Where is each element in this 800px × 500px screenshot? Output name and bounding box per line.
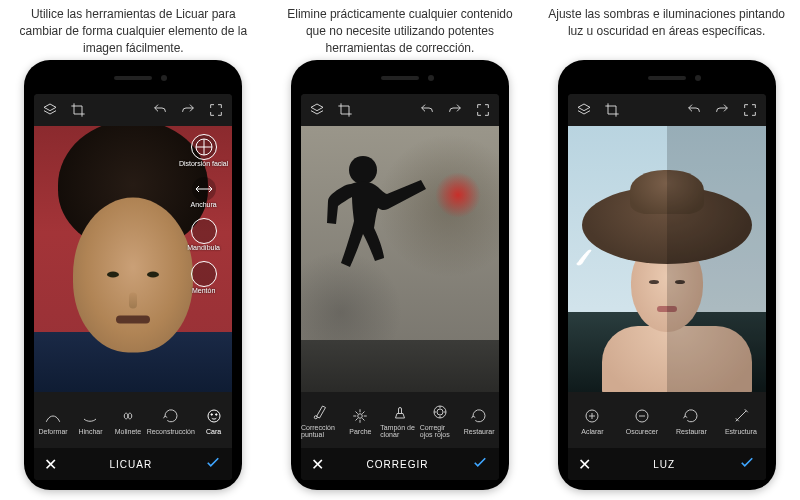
fullscreen-icon[interactable]	[473, 100, 493, 120]
tool-restaurar[interactable]: Restaurar	[667, 406, 717, 435]
caption-3: Ajuste las sombras e iluminaciones pinta…	[540, 0, 794, 60]
phone-frame: Corrección puntual Parche Tampón de clon…	[291, 60, 509, 490]
bottom-bar: ✕ LICUAR	[34, 448, 232, 480]
image-canvas[interactable]	[568, 126, 766, 392]
caption-2: Elimine prácticamente cualquier contenid…	[273, 0, 527, 60]
screenshot-3: Ajuste las sombras e iluminaciones pinta…	[540, 0, 794, 490]
svg-point-6	[437, 409, 443, 415]
layers-icon[interactable]	[40, 100, 60, 120]
side-tool-anchura[interactable]: Anchura	[179, 177, 228, 208]
tool-row: Corrección puntual Parche Tampón de clon…	[301, 392, 499, 448]
tool-cara[interactable]: Cara	[195, 406, 232, 435]
layers-icon[interactable]	[574, 100, 594, 120]
mode-title: CORREGIR	[367, 459, 429, 470]
tool-tampon-clonar[interactable]: Tampón de clonar	[380, 402, 420, 438]
crop-icon[interactable]	[602, 100, 622, 120]
tool-row: Deformar Hinchar Molinete Reconstrucción…	[34, 392, 232, 448]
svg-point-2	[211, 413, 213, 415]
fullscreen-icon[interactable]	[740, 100, 760, 120]
mode-title: LICUAR	[109, 459, 152, 470]
tool-row: Aclarar Oscurecer Restaurar Estructura	[568, 392, 766, 448]
brush-icon[interactable]	[574, 248, 594, 268]
mode-title: LUZ	[653, 459, 675, 470]
tool-parche[interactable]: Parche	[341, 406, 381, 435]
image-canvas[interactable]	[301, 126, 499, 392]
phone-frame: Distorsión facial Anchura Mandíbula Ment…	[24, 60, 242, 490]
fullscreen-icon[interactable]	[206, 100, 226, 120]
image-canvas[interactable]: Distorsión facial Anchura Mandíbula Ment…	[34, 126, 232, 392]
side-tool-mandibula[interactable]: Mandíbula	[179, 218, 228, 251]
cancel-button[interactable]: ✕	[44, 455, 57, 474]
layers-icon[interactable]	[307, 100, 327, 120]
redo-icon[interactable]	[445, 100, 465, 120]
crop-icon[interactable]	[335, 100, 355, 120]
bottom-bar: ✕ LUZ	[568, 448, 766, 480]
caption-1: Utilice las herramientas de Licuar para …	[6, 0, 260, 60]
topbar	[568, 94, 766, 126]
redo-icon[interactable]	[712, 100, 732, 120]
app-screen: Aclarar Oscurecer Restaurar Estructura ✕…	[568, 94, 766, 480]
redo-icon[interactable]	[178, 100, 198, 120]
undo-icon[interactable]	[684, 100, 704, 120]
screenshot-1: Utilice las herramientas de Licuar para …	[6, 0, 260, 490]
bottom-bar: ✕ CORREGIR	[301, 448, 499, 480]
face-side-panel: Distorsión facial Anchura Mandíbula Ment…	[179, 134, 228, 294]
tool-aclarar[interactable]: Aclarar	[568, 406, 618, 435]
app-screen: Distorsión facial Anchura Mandíbula Ment…	[34, 94, 232, 480]
side-tool-menton[interactable]: Mentón	[179, 261, 228, 294]
svg-point-1	[208, 410, 220, 422]
app-screen: Corrección puntual Parche Tampón de clon…	[301, 94, 499, 480]
svg-point-3	[215, 413, 217, 415]
tool-ojos-rojos[interactable]: Corregir ojos rojos	[420, 402, 460, 438]
graffiti-figure	[309, 150, 439, 340]
tool-oscurecer[interactable]: Oscurecer	[617, 406, 667, 435]
phone-frame: Aclarar Oscurecer Restaurar Estructura ✕…	[558, 60, 776, 490]
cancel-button[interactable]: ✕	[311, 455, 324, 474]
cancel-button[interactable]: ✕	[578, 455, 591, 474]
undo-icon[interactable]	[417, 100, 437, 120]
side-tool-distorsion-facial[interactable]: Distorsión facial	[179, 134, 228, 167]
tool-correccion-puntual[interactable]: Corrección puntual	[301, 402, 341, 438]
svg-point-5	[358, 413, 363, 418]
crop-icon[interactable]	[68, 100, 88, 120]
screenshot-2: Elimine prácticamente cualquier contenid…	[273, 0, 527, 490]
topbar	[34, 94, 232, 126]
confirm-button[interactable]	[738, 453, 756, 475]
undo-icon[interactable]	[150, 100, 170, 120]
svg-point-4	[314, 416, 317, 419]
tool-estructura[interactable]: Estructura	[716, 406, 766, 435]
confirm-button[interactable]	[471, 453, 489, 475]
tool-hinchar[interactable]: Hinchar	[72, 406, 109, 435]
confirm-button[interactable]	[204, 453, 222, 475]
tool-reconstruccion[interactable]: Reconstrucción	[147, 406, 195, 435]
tool-restaurar[interactable]: Restaurar	[459, 406, 499, 435]
tool-molinete[interactable]: Molinete	[109, 406, 146, 435]
topbar	[301, 94, 499, 126]
tool-deformar[interactable]: Deformar	[34, 406, 71, 435]
